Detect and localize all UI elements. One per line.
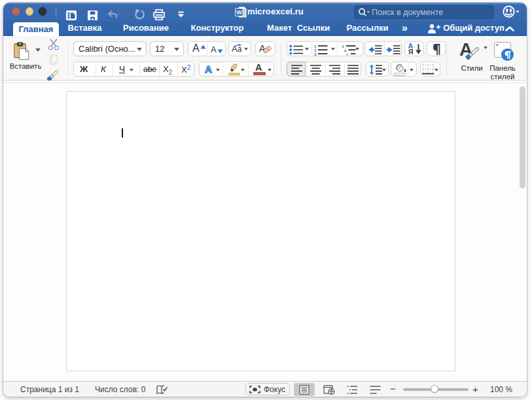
svg-text:i: i bbox=[347, 51, 348, 55]
svg-text:W: W bbox=[236, 9, 242, 16]
svg-text:3: 3 bbox=[314, 51, 317, 56]
